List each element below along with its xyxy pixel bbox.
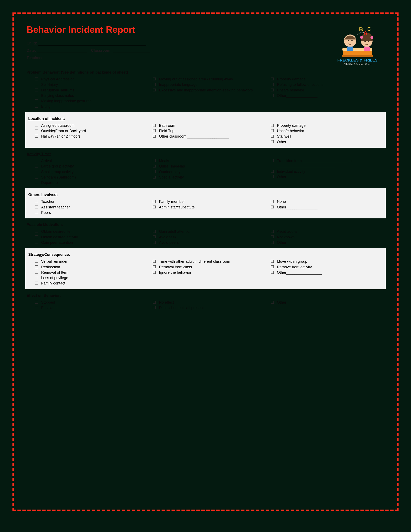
checklist-item-label: Teacher	[41, 199, 54, 204]
checkbox-icon[interactable]	[271, 236, 274, 238]
checkbox-icon[interactable]	[35, 200, 38, 203]
checkbox-icon[interactable]	[153, 241, 156, 244]
checkbox-icon[interactable]	[35, 236, 38, 238]
checkbox-icon[interactable]	[271, 88, 274, 91]
checkbox-icon[interactable]	[271, 206, 274, 209]
checkbox-icon[interactable]	[35, 206, 38, 209]
checkbox-icon[interactable]	[35, 88, 38, 91]
checkbox-icon[interactable]	[35, 211, 38, 214]
checkbox-icon[interactable]	[271, 260, 274, 263]
checkbox-icon[interactable]	[271, 170, 274, 173]
checkbox-icon[interactable]	[35, 94, 38, 97]
checklist-item-label: Self-care (Bathroom)	[41, 175, 76, 180]
checkbox-icon[interactable]	[35, 260, 38, 263]
checkbox-icon[interactable]	[271, 159, 274, 162]
checkbox-icon[interactable]	[271, 124, 274, 127]
checklist-item-label: Admin staff/substitute	[159, 205, 195, 210]
child-line[interactable]	[38, 45, 146, 46]
checkbox-icon[interactable]	[35, 77, 38, 80]
checklist-item-label: Property damage	[277, 123, 306, 128]
checklist-item-label: Property damage	[277, 77, 306, 82]
date-classroom-row: Date: Classroom:	[27, 48, 150, 53]
activity-col3: Transition from ______________________to…	[271, 158, 384, 186]
checkbox-icon[interactable]	[153, 170, 156, 173]
checkbox-icon[interactable]	[35, 165, 38, 168]
checklist-item: Escalated	[35, 305, 149, 310]
checkbox-icon[interactable]	[153, 83, 156, 86]
checkbox-icon[interactable]	[35, 265, 38, 268]
checkbox-icon[interactable]	[153, 260, 156, 263]
checkbox-icon[interactable]	[271, 241, 274, 244]
checkbox-icon[interactable]	[35, 230, 38, 233]
checkbox-icon[interactable]	[271, 265, 274, 268]
checkbox-icon[interactable]	[35, 105, 38, 108]
checkbox-icon[interactable]	[35, 301, 38, 304]
checklist-item-label: Disruption/Tantrums	[41, 88, 74, 93]
checklist-item-label: Diminished but still present	[159, 305, 204, 310]
checkbox-icon[interactable]	[35, 159, 38, 162]
checkbox-icon[interactable]	[153, 206, 156, 209]
checklist-item-label: Family member	[159, 199, 185, 204]
checkbox-icon[interactable]	[35, 241, 38, 244]
checkbox-icon[interactable]	[153, 230, 156, 233]
checklist-item: Stairwell	[271, 134, 384, 139]
checkbox-icon[interactable]	[153, 301, 156, 304]
checklist-item-label: Outdoor play	[159, 169, 180, 174]
checkbox-icon[interactable]	[153, 236, 156, 238]
checkbox-icon[interactable]	[271, 77, 274, 80]
checklist-item: Self-care (Bathroom)	[35, 175, 149, 180]
section-problem-behavior: Problem Behavior: (See definitions on ba…	[27, 66, 384, 112]
checkbox-icon[interactable]	[271, 200, 274, 203]
classroom-line[interactable]	[113, 53, 150, 53]
checkbox-icon[interactable]	[271, 94, 274, 97]
checkbox-icon[interactable]	[35, 83, 38, 86]
checkbox-icon[interactable]	[35, 271, 38, 274]
date-line[interactable]	[37, 53, 87, 53]
checkbox-icon[interactable]	[153, 200, 156, 203]
checkbox-icon[interactable]	[153, 77, 156, 80]
checklist-item-label: Refusing to follow directions	[277, 82, 324, 87]
checkbox-icon[interactable]	[153, 306, 156, 309]
checkbox-icon[interactable]	[153, 129, 156, 132]
checkbox-icon[interactable]	[153, 135, 156, 138]
checkbox-icon[interactable]	[153, 271, 156, 274]
checkbox-icon[interactable]	[153, 159, 156, 162]
checkbox-icon[interactable]	[35, 276, 38, 279]
checkbox-icon[interactable]	[153, 124, 156, 127]
svg-point-11	[371, 36, 373, 39]
checkbox-icon[interactable]	[271, 271, 274, 274]
checkbox-icon[interactable]	[271, 301, 274, 304]
motivation-heading: Possible Motivation:	[27, 223, 384, 227]
checkbox-icon[interactable]	[35, 170, 38, 173]
checklist-item: Refusing to follow directions	[271, 82, 384, 87]
checkbox-icon[interactable]	[35, 135, 38, 138]
checkbox-icon[interactable]	[35, 282, 38, 285]
checklist-item-label: None	[277, 199, 286, 204]
checklist-item: Diminished but still present	[153, 305, 266, 310]
checklist-item: Gain peer attention	[35, 240, 149, 245]
checkbox-icon[interactable]	[153, 165, 156, 168]
checkbox-icon[interactable]	[35, 129, 38, 132]
checkbox-icon[interactable]	[271, 140, 274, 143]
checkbox-icon[interactable]	[153, 176, 156, 179]
checklist-item: Individual activity	[271, 169, 384, 174]
teacher-line[interactable]	[43, 60, 147, 60]
checklist-item: No effect	[153, 300, 266, 305]
checkbox-icon[interactable]	[153, 265, 156, 268]
checkbox-icon[interactable]	[35, 181, 38, 184]
checklist-item: Removal of Item	[35, 270, 149, 275]
checklist-item-label: Moving out of assigned area / Running Aw…	[159, 77, 233, 82]
checkbox-icon[interactable]	[271, 129, 274, 132]
checkbox-icon[interactable]	[35, 176, 38, 179]
checkbox-icon[interactable]	[271, 230, 274, 233]
checkbox-icon[interactable]	[35, 99, 38, 102]
checklist-item: Gain adult attention	[153, 229, 266, 234]
section-others-involved: Others Involved: TeacherAssistant teache…	[25, 188, 386, 218]
checkbox-icon[interactable]	[271, 175, 274, 178]
checklist-item-label: Avoid peers	[159, 240, 179, 245]
checkbox-icon[interactable]	[35, 124, 38, 127]
checkbox-icon[interactable]	[35, 306, 38, 309]
checkbox-icon[interactable]	[153, 88, 156, 91]
checkbox-icon[interactable]	[271, 83, 274, 86]
checkbox-icon[interactable]	[271, 135, 274, 138]
